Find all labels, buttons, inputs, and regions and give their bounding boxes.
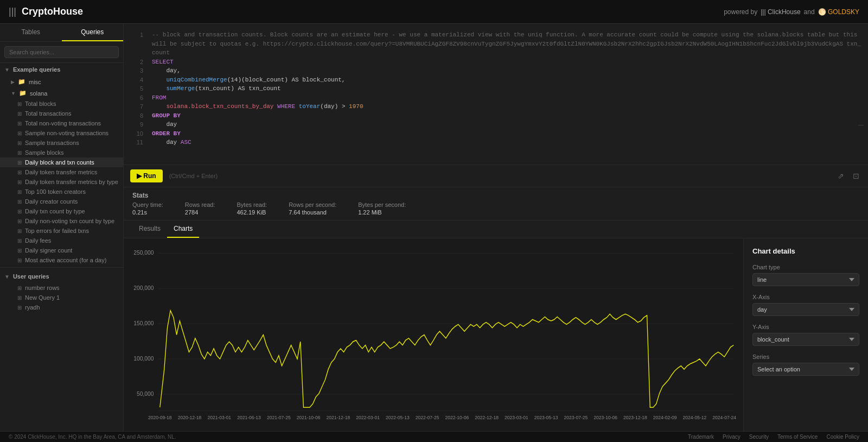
query-item-daily-signer[interactable]: ⊞ Daily signer count <box>0 245 123 255</box>
code-line-9: 9 day <box>124 120 868 129</box>
tab-tables[interactable]: Tables <box>0 24 62 41</box>
logo-icon: ||| <box>9 6 16 17</box>
header-left: ||| CryptoHouse <box>9 6 83 17</box>
toolbar: ▶ Run (Ctrl/Cmd + Enter) ⇗ ⊡ <box>124 165 868 187</box>
query-item-daily-fees[interactable]: ⊞ Daily fees <box>0 236 123 245</box>
search-input[interactable] <box>4 46 119 58</box>
svg-text:2021-07-25: 2021-07-25 <box>267 414 291 420</box>
code-text: ORDER BY <box>152 129 181 138</box>
query-item-new-query-1[interactable]: ⊞ New Query 1 <box>0 293 123 302</box>
query-label: Daily token transfer metrics <box>25 169 97 175</box>
section-arrow: ▼ <box>4 67 10 73</box>
stat-val: 0.21s <box>132 209 163 216</box>
svg-text:2024-05-12: 2024-05-12 <box>683 414 707 420</box>
svg-text:2021-03-01: 2021-03-01 <box>207 414 231 420</box>
y-axis-select[interactable]: block_count txn_count day <box>752 333 859 346</box>
query-item-top-100[interactable]: ⊞ Top 100 token creators <box>0 187 123 197</box>
and-text: and <box>804 8 815 16</box>
code-line-4: 4 uniqCombinedMerge(14)(block_count) AS … <box>124 75 868 85</box>
line-number: 1 <box>130 30 143 40</box>
line-number: 8 <box>130 111 143 121</box>
series-select[interactable]: Select an option block_count txn_count <box>752 363 859 376</box>
query-icon: ⊞ <box>17 248 22 254</box>
section-label: Example queries <box>13 66 60 73</box>
query-item-total-blocks[interactable]: ⊞ Total blocks <box>0 99 123 109</box>
query-icon: ⊞ <box>17 121 22 127</box>
chart-type-select[interactable]: line bar scatter area <box>752 273 859 286</box>
run-button[interactable]: ▶ Run <box>130 169 163 182</box>
footer-link-terms[interactable]: Terms of Service <box>777 434 818 440</box>
code-text: day ASC <box>152 138 192 147</box>
subsection-solana[interactable]: ▼ 📁 solana <box>0 87 123 99</box>
stat-bytes-read: Bytes read: 462.19 KiB <box>237 201 267 216</box>
divider <box>0 267 123 268</box>
tab-results[interactable]: Results <box>132 220 167 238</box>
powered-by-text: powered by <box>724 8 757 16</box>
chart-type-group: Chart type line bar scatter area <box>752 264 859 286</box>
misc-arrow: ▶ <box>11 79 15 85</box>
code-line-8: 8 GROUP BY <box>124 111 868 121</box>
query-item-top-errors[interactable]: ⊞ Top errors for failed txns <box>0 226 123 236</box>
query-label: Total blocks <box>25 100 56 107</box>
query-item-daily-block-txn[interactable]: ⊞ Daily block and txn counts <box>0 157 123 167</box>
query-item-daily-txn-type[interactable]: ⊞ Daily txn count by type <box>0 206 123 216</box>
user-section-label: User queries <box>13 273 49 280</box>
code-line-3: 3 day, <box>124 66 868 75</box>
footer-link-privacy[interactable]: Privacy <box>723 434 741 440</box>
query-icon: ⊞ <box>17 295 22 301</box>
section-user-queries[interactable]: ▼ User queries <box>0 270 123 283</box>
line-number: 9 <box>130 120 143 129</box>
query-item-sample-non-voting[interactable]: ⊞ Sample non-voting transactions <box>0 128 123 138</box>
query-item-sample-blocks[interactable]: ⊞ Sample blocks <box>0 148 123 157</box>
footer-link-trademark[interactable]: Trademark <box>688 434 714 440</box>
line-number: 3 <box>130 66 143 75</box>
shortcut-hint: (Ctrl/Cmd + Enter) <box>169 173 218 179</box>
series-group: Series Select an option block_count txn_… <box>752 353 859 376</box>
query-item-sample-transactions[interactable]: ⊞ Sample transactions <box>0 138 123 148</box>
query-item-ryadh[interactable]: ⊞ ryadh <box>0 302 123 312</box>
query-item-daily-non-voting-type[interactable]: ⊞ Daily non-voting txn count by type <box>0 216 123 226</box>
svg-text:2022-07-25: 2022-07-25 <box>416 414 439 420</box>
query-label: Top errors for failed txns <box>25 228 89 234</box>
query-item-total-transactions[interactable]: ⊞ Total transactions <box>0 109 123 118</box>
query-item-number-rows[interactable]: ⊞ number rows <box>0 283 123 293</box>
stat-key: Bytes read: <box>237 201 267 208</box>
query-item-daily-token-type[interactable]: ⊞ Daily token transfer metrics by type <box>0 177 123 187</box>
line-chart: 250,000 200,000 150,000 100,000 50,000 <box>130 245 737 425</box>
query-label: number rows <box>25 285 60 291</box>
subsection-misc[interactable]: ▶ 📁 misc <box>0 76 123 87</box>
tab-charts[interactable]: Charts <box>167 220 199 238</box>
results-area: Results Charts 250,000 200,000 150,000 1… <box>124 220 868 431</box>
stat-bytes-per-second: Bytes per second: 1.22 MiB <box>358 201 406 216</box>
stat-rows-per-second: Rows per second: 7.64 thousand <box>289 201 336 216</box>
stats-bar: Stats Query time: 0.21s Rows read: 2784 … <box>124 187 868 220</box>
tab-queries[interactable]: Queries <box>62 24 124 41</box>
y-axis-group: Y-Axis block_count txn_count day <box>752 324 859 346</box>
copy-button[interactable]: ⊡ <box>851 171 861 181</box>
query-item-daily-creator[interactable]: ⊞ Daily creator counts <box>0 197 123 206</box>
svg-text:150,000: 150,000 <box>133 319 154 326</box>
code-text: day <box>152 120 177 129</box>
query-label: Daily signer count <box>25 247 72 254</box>
footer-link-cookie[interactable]: Cookie Policy <box>826 434 859 440</box>
svg-text:50,000: 50,000 <box>137 390 154 397</box>
query-icon: ⊞ <box>17 228 22 234</box>
query-item-most-active[interactable]: ⊞ Most active account (for a day) <box>0 255 123 265</box>
header-right: powered by ||| ClickHouse and 🌕 GOLDSKY <box>724 8 859 16</box>
query-icon: ⊞ <box>17 111 22 117</box>
folder-icon: 📁 <box>18 78 25 85</box>
query-item-daily-token[interactable]: ⊞ Daily token transfer metrics <box>0 167 123 177</box>
code-text: day, <box>152 66 181 75</box>
footer-link-security[interactable]: Security <box>749 434 769 440</box>
query-label: Daily block and txn counts <box>25 159 94 166</box>
code-text: GROUP BY <box>152 111 181 121</box>
query-item-total-non-voting[interactable]: ⊞ Total non-voting transactions <box>0 118 123 128</box>
section-example-queries[interactable]: ▼ Example queries <box>0 63 123 76</box>
x-axis-select[interactable]: day block_count txn_count <box>752 303 859 316</box>
query-icon: ⊞ <box>17 130 22 136</box>
share-button[interactable]: ⇗ <box>835 171 846 181</box>
user-section-arrow: ▼ <box>4 274 10 280</box>
app-footer: © 2024 ClickHouse, Inc. HQ in the Bay Ar… <box>0 431 868 442</box>
code-editor[interactable]: 1 -- block and transaction counts. Block… <box>124 24 868 165</box>
stat-key: Query time: <box>132 201 163 208</box>
